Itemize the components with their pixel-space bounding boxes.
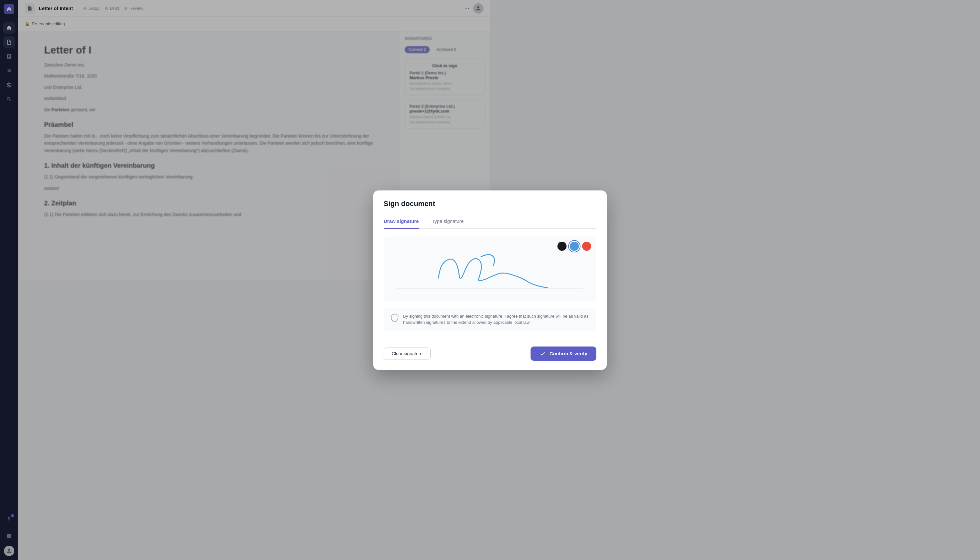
modal-overlay: Sign document Draw signature Type signat… [0,0,490,280]
modal-body: By signing this document with an electro… [373,229,490,280]
tab-type-signature[interactable]: Type signature [432,215,463,229]
signature-drawing [384,237,490,280]
tab-draw-signature[interactable]: Draw signature [384,215,419,229]
modal-tabs: Draw signature Type signature [384,215,490,229]
modal-title: Sign document [384,200,490,208]
modal-header: Sign document Draw signature Type signat… [373,190,490,229]
signature-canvas-area[interactable] [384,237,490,280]
sign-document-modal: Sign document Draw signature Type signat… [373,190,490,280]
